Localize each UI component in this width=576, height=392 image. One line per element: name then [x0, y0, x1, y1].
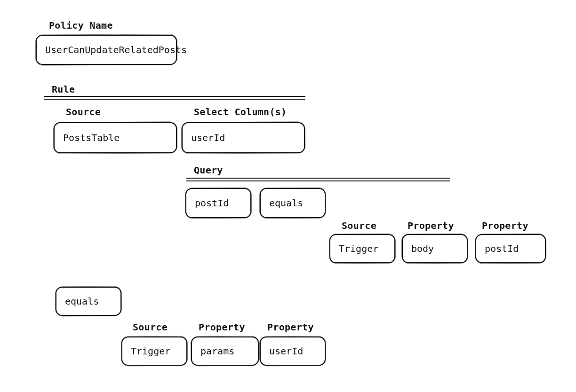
- query-operator-value: equals: [269, 197, 303, 209]
- policy-name-label: Policy Name: [49, 20, 113, 31]
- compare-rhs-source-label: Source: [133, 321, 168, 333]
- query-rhs-property1-input[interactable]: body: [402, 234, 468, 263]
- compare-rhs-source-value: Trigger: [131, 345, 170, 357]
- compare-operator-value: equals: [65, 296, 99, 307]
- query-rhs-property1-value: body: [411, 243, 434, 254]
- compare-rhs-property2-label: Property: [267, 321, 314, 333]
- rule-divider: [44, 96, 305, 100]
- query-rhs-property2-label: Property: [482, 220, 528, 231]
- query-rhs-source-value: Trigger: [339, 243, 378, 254]
- source-label: Source: [66, 106, 101, 118]
- compare-operator-input[interactable]: equals: [56, 287, 121, 316]
- select-columns-label: Select Column(s): [194, 106, 287, 118]
- policy-name-input[interactable]: UserCanUpdateRelatedPosts: [36, 35, 177, 65]
- query-operator-input[interactable]: equals: [260, 188, 326, 218]
- query-rhs-property1-label: Property: [408, 220, 454, 231]
- compare-rhs-property2-value: userId: [269, 345, 303, 357]
- source-value: PostsTable: [63, 132, 120, 143]
- query-rhs-source-input[interactable]: Trigger: [329, 234, 395, 263]
- rule-label: Rule: [52, 84, 75, 95]
- query-column-input[interactable]: postId: [185, 188, 251, 218]
- select-columns-input[interactable]: userId: [182, 122, 305, 153]
- compare-rhs-property2-input[interactable]: userId: [260, 337, 326, 366]
- query-rhs-property2-input[interactable]: postId: [475, 234, 546, 263]
- select-columns-value: userId: [191, 132, 225, 143]
- compare-rhs-property1-label: Property: [199, 321, 245, 333]
- query-divider: [186, 178, 450, 181]
- policy-name-value: UserCanUpdateRelatedPosts: [45, 44, 187, 55]
- source-input[interactable]: PostsTable: [54, 122, 177, 153]
- compare-rhs-source-input[interactable]: Trigger: [121, 337, 187, 366]
- compare-rhs-property1-value: params: [200, 345, 234, 357]
- query-rhs-property2-value: postId: [485, 243, 519, 254]
- compare-rhs-property1-input[interactable]: params: [191, 337, 259, 366]
- query-rhs-source-label: Source: [342, 220, 376, 231]
- query-column-value: postId: [195, 197, 229, 209]
- query-label: Query: [194, 165, 223, 176]
- diagram-canvas: Policy Name UserCanUpdateRelatedPosts Ru…: [0, 0, 576, 392]
